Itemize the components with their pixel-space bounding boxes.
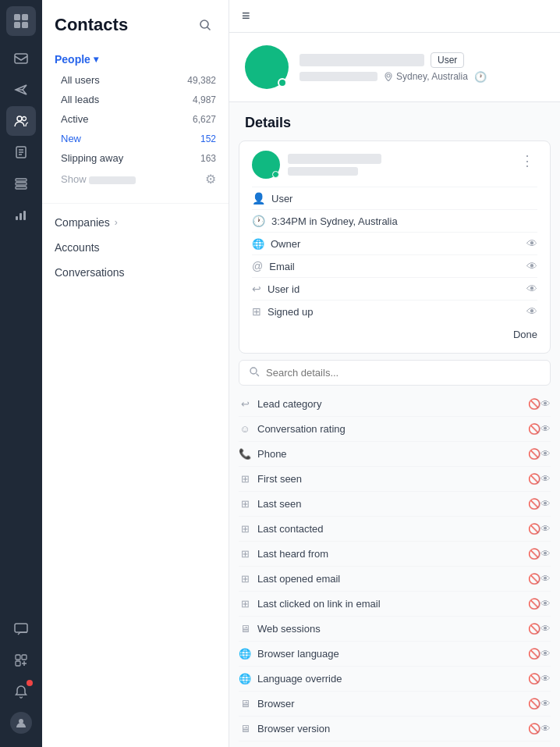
signedup-eye-icon[interactable]: 👁 <box>526 305 537 318</box>
detail-label-userid: ↩ User id <box>252 283 299 295</box>
card-avatar <box>252 151 280 179</box>
addons-icon-btn[interactable] <box>6 646 36 675</box>
attr-row-5: ⊞ Last contacted 🚫👁 <box>239 517 551 542</box>
profile-location: Sydney, Australia <box>384 71 468 82</box>
people-section-header[interactable]: People ▾ <box>42 48 229 70</box>
avatar-container <box>245 45 289 89</box>
svg-rect-0 <box>14 14 20 20</box>
attr-row-6: ⊞ Last heard from 🚫👁 <box>239 542 551 567</box>
attr-eye-9[interactable]: 🚫👁 <box>528 623 551 635</box>
attribute-list: ↩ Lead category 🚫👁 ☺ Conversation rating… <box>229 392 560 747</box>
svg-rect-14 <box>15 624 27 632</box>
attr-eye-2[interactable]: 🚫👁 <box>528 448 551 460</box>
svg-rect-17 <box>16 661 20 666</box>
attr-row-8: ⊞ Last clicked on link in email 🚫👁 <box>239 592 551 617</box>
card-name-redacted <box>288 154 381 164</box>
attr-eye-3[interactable]: 🚫👁 <box>528 473 551 485</box>
sidebar-accounts[interactable]: Accounts <box>42 235 229 260</box>
attr-label-1: ☺ Conversation rating <box>239 423 346 435</box>
attr-label-0: ↩ Lead category <box>239 398 321 410</box>
attr-eye-10[interactable]: 🚫👁 <box>528 648 551 660</box>
detail-label-role: 👤 User <box>252 192 292 205</box>
time-icon: 🕐 <box>474 71 487 83</box>
attr-icon-0: ↩ <box>239 398 251 410</box>
svg-rect-15 <box>16 655 20 660</box>
attr-eye-4[interactable]: 🚫👁 <box>528 498 551 510</box>
sidebar-companies[interactable]: Companies › <box>42 210 229 235</box>
attr-eye-13[interactable]: 🚫👁 <box>528 723 551 735</box>
sidebar-item-all-leads[interactable]: All leads 4,987 <box>42 90 229 109</box>
card-user-row: ⋮ <box>252 151 537 179</box>
attr-icon-5: ⊞ <box>239 523 251 535</box>
show-more-link[interactable]: Show <box>61 173 136 185</box>
search-details-input[interactable] <box>266 367 541 379</box>
people-chevron: ▾ <box>94 54 98 65</box>
attr-row-14: 🖥 Os 🚫👁 <box>239 742 551 747</box>
svg-rect-2 <box>14 22 20 28</box>
sidebar-conversations[interactable]: Conversations <box>42 260 229 285</box>
card-three-dots[interactable]: ⋮ <box>517 151 537 171</box>
attr-eye-12[interactable]: 🚫👁 <box>528 698 551 710</box>
attr-icon-2: 📞 <box>239 448 251 460</box>
email-eye-icon[interactable]: 👁 <box>526 260 537 272</box>
details-section: Details ⋮ 👤 User <box>229 102 560 747</box>
sidebar-search-btn[interactable] <box>194 14 216 36</box>
attr-eye-1[interactable]: 🚫👁 <box>528 423 551 435</box>
attr-icon-7: ⊞ <box>239 573 251 585</box>
segment-settings-icon[interactable]: ⚙ <box>205 172 216 187</box>
sidebar-item-new[interactable]: New 152 <box>42 129 229 148</box>
people-section: People ▾ All users 49,382 All leads 4,98… <box>42 45 229 197</box>
attr-eye-11[interactable]: 🚫👁 <box>528 673 551 685</box>
clock-icon: 🕐 <box>252 215 265 227</box>
attr-icon-8: ⊞ <box>239 598 251 610</box>
profile-name-redacted <box>299 54 424 66</box>
logo-icon[interactable] <box>6 6 36 36</box>
sidebar-item-active[interactable]: Active 6,627 <box>42 109 229 129</box>
companies-chevron: › <box>115 217 118 228</box>
attr-row-9: 🖥 Web sessions 🚫👁 <box>239 617 551 642</box>
hamburger-icon[interactable]: ≡ <box>242 8 250 23</box>
user-badge: User <box>431 52 464 68</box>
attr-row-7: ⊞ Last opened email 🚫👁 <box>239 567 551 592</box>
attr-label-13: 🖥 Browser version <box>239 723 330 735</box>
owner-eye-icon[interactable]: 👁 <box>526 237 537 250</box>
done-button[interactable]: Done <box>513 329 537 340</box>
book-icon-btn[interactable] <box>6 137 36 167</box>
attr-eye-7[interactable]: 🚫👁 <box>528 573 551 585</box>
list-icon-btn[interactable] <box>6 169 36 198</box>
notification-icon-btn[interactable] <box>6 677 36 706</box>
svg-point-21 <box>250 368 257 374</box>
userid-eye-icon[interactable]: 👁 <box>526 283 537 295</box>
search-bar-row <box>229 354 560 392</box>
send-icon-btn[interactable] <box>6 75 36 105</box>
attr-label-11: 🌐 Language override <box>239 673 342 685</box>
person-icon: 👤 <box>252 192 265 205</box>
attr-icon-1: ☺ <box>239 423 251 435</box>
chat-icon-btn[interactable] <box>6 614 36 644</box>
mail-icon-btn[interactable] <box>6 44 36 73</box>
detail-row-email: @ Email 👁 <box>252 254 537 277</box>
attr-icon-3: ⊞ <box>239 473 251 485</box>
profile-meta: Sydney, Australia 🕐 <box>299 71 544 83</box>
attr-row-3: ⊞ First seen 🚫👁 <box>239 467 551 492</box>
chart-icon-btn[interactable] <box>6 200 36 229</box>
detail-row-signedup: ⊞ Signed up 👁 <box>252 300 537 322</box>
sidebar-item-slipping-away[interactable]: Slipping away 163 <box>42 148 229 168</box>
attr-eye-0[interactable]: 🚫👁 <box>528 398 551 410</box>
profile-name-row: User <box>299 52 544 68</box>
svg-rect-16 <box>22 655 27 660</box>
attr-icon-10: 🌐 <box>239 648 251 660</box>
signedup-icon: ⊞ <box>252 305 261 318</box>
email-at-icon: @ <box>252 260 263 272</box>
people-icon-btn[interactable] <box>6 106 36 136</box>
attr-eye-5[interactable]: 🚫👁 <box>528 523 551 535</box>
card-user-info <box>252 151 381 179</box>
attr-label-3: ⊞ First seen <box>239 473 302 485</box>
attr-eye-6[interactable]: 🚫👁 <box>528 548 551 560</box>
user-avatar-btn[interactable] <box>6 708 36 738</box>
attr-eye-8[interactable]: 🚫👁 <box>528 598 551 610</box>
detail-row-time: 🕐 3:34PM in Sydney, Australia <box>252 209 537 232</box>
sidebar-item-all-users[interactable]: All users 49,382 <box>42 70 229 90</box>
attr-label-6: ⊞ Last heard from <box>239 548 328 560</box>
attr-label-9: 🖥 Web sessions <box>239 623 321 635</box>
